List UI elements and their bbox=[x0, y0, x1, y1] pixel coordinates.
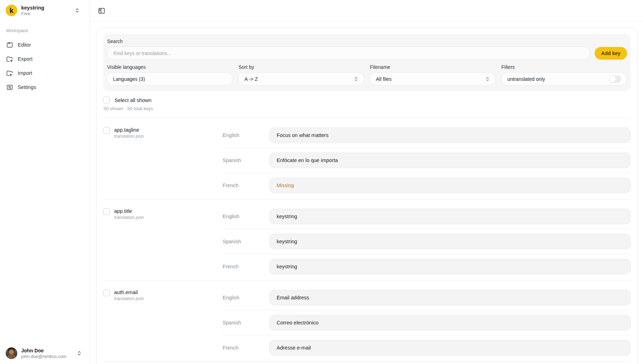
language-label: English bbox=[223, 214, 269, 219]
untranslated-only-filter: untranslated only bbox=[501, 72, 627, 85]
key-filename: translation.json bbox=[114, 134, 144, 139]
sort-by-value: A -> Z bbox=[244, 76, 258, 82]
filename-value: All files bbox=[376, 76, 391, 82]
key-group: auth.email translation.json English Emai… bbox=[103, 280, 631, 362]
visible-languages-field: Visible languages Languages (3) bbox=[107, 64, 233, 85]
translation-row: French Missing bbox=[223, 173, 631, 198]
account-switcher[interactable]: John Doe john.doe@nimbus.com bbox=[6, 347, 85, 359]
filters-field: Filters untranslated only bbox=[501, 64, 627, 85]
sidebar-item-label: Settings bbox=[18, 84, 36, 90]
sidebar-spacer bbox=[6, 94, 85, 347]
filename-label: Filename bbox=[370, 64, 496, 70]
key-group: app.title translation.json English keyst… bbox=[103, 199, 631, 280]
workspace-switcher[interactable]: k keystring Free bbox=[6, 5, 85, 16]
content: Search Add key Visible languages Languag… bbox=[90, 22, 643, 364]
language-label: Spanish bbox=[223, 320, 269, 326]
translation-input[interactable]: keystring bbox=[269, 259, 631, 274]
key-counts: 50 shown · 50 total keys bbox=[104, 106, 631, 111]
language-label: English bbox=[223, 295, 269, 300]
select-all-block: Select all shown 50 shown · 50 total key… bbox=[103, 97, 631, 118]
translation-input[interactable]: Focus on what matters bbox=[269, 127, 631, 143]
main-area: Search Add key Visible languages Languag… bbox=[90, 0, 643, 364]
workspace-section-label: Workspace bbox=[6, 28, 85, 33]
sidebar-item-editor[interactable]: Editor bbox=[6, 38, 85, 52]
translation-input[interactable]: Adresse e-mail bbox=[269, 340, 631, 356]
avatar bbox=[6, 347, 17, 359]
visible-languages-value: Languages (3) bbox=[113, 76, 145, 82]
select-all-label: Select all shown bbox=[114, 97, 152, 103]
toggle-knob bbox=[609, 76, 616, 82]
translation-row: English keystring bbox=[223, 204, 631, 229]
sort-by-select[interactable]: A -> Z bbox=[238, 72, 364, 85]
language-label: French bbox=[223, 264, 269, 269]
translation-input[interactable]: keystring bbox=[269, 234, 631, 249]
sidebar-item-settings[interactable]: Settings bbox=[6, 80, 85, 94]
key-checkbox[interactable] bbox=[103, 127, 110, 134]
sidebar-item-label: Editor bbox=[18, 42, 31, 48]
untranslated-only-label: untranslated only bbox=[507, 76, 545, 82]
search-label: Search bbox=[107, 38, 627, 44]
sidebar: k keystring Free Workspace Editor Ex bbox=[0, 0, 90, 364]
search-input[interactable] bbox=[107, 47, 590, 60]
translation-input[interactable]: Correo electrónico bbox=[269, 315, 631, 330]
panel-left-toggle-icon[interactable] bbox=[98, 7, 105, 14]
sidebar-nav: Editor Export Import Settings bbox=[6, 38, 85, 94]
translation-row: French keystring bbox=[223, 254, 631, 279]
filter-panel: Search Add key Visible languages Languag… bbox=[103, 34, 631, 91]
key-group: auth.forgotPassword translation.json Eng… bbox=[103, 362, 631, 364]
untranslated-only-toggle[interactable] bbox=[609, 76, 621, 83]
visible-languages-label: Visible languages bbox=[107, 64, 233, 70]
sort-by-field: Sort by A -> Z bbox=[238, 64, 364, 85]
user-name: John Doe bbox=[21, 348, 66, 353]
chevrons-up-down-icon[interactable] bbox=[77, 351, 82, 356]
sidebar-item-export[interactable]: Export bbox=[6, 52, 85, 66]
filename-select[interactable]: All files bbox=[370, 72, 496, 85]
translation-row: Spanish Enfócate en lo que importa bbox=[223, 148, 631, 173]
settings-icon bbox=[6, 84, 13, 91]
editor-card: Search Add key Visible languages Languag… bbox=[96, 28, 638, 364]
language-label: French bbox=[223, 345, 269, 351]
square-pen-icon bbox=[6, 42, 13, 48]
chevrons-up-down-icon bbox=[485, 77, 490, 82]
language-label: English bbox=[223, 132, 269, 138]
app-root: k keystring Free Workspace Editor Ex bbox=[0, 0, 643, 364]
translation-row: English Focus on what matters bbox=[223, 123, 631, 148]
filters-label: Filters bbox=[501, 64, 627, 70]
chevrons-up-down-icon bbox=[354, 77, 359, 82]
translation-input[interactable]: Email address bbox=[269, 290, 631, 305]
key-name: auth.email bbox=[114, 290, 144, 295]
sort-by-label: Sort by bbox=[238, 64, 364, 70]
folder-input-icon bbox=[6, 70, 13, 77]
workspace-plan-badge: Free bbox=[21, 11, 44, 16]
topbar bbox=[90, 0, 643, 22]
key-checkbox[interactable] bbox=[103, 290, 110, 296]
translation-row: English Email address bbox=[223, 285, 631, 310]
key-name: app.tagline bbox=[114, 127, 144, 133]
user-meta: John Doe john.doe@nimbus.com bbox=[21, 348, 66, 359]
key-filename: translation.json bbox=[114, 215, 144, 220]
language-label: Spanish bbox=[223, 157, 269, 163]
key-filename: translation.json bbox=[114, 296, 144, 301]
translation-row: Spanish keystring bbox=[223, 229, 631, 254]
language-label: French bbox=[223, 183, 269, 188]
filename-field: Filename All files bbox=[370, 64, 496, 85]
add-key-button[interactable]: Add key bbox=[595, 47, 627, 60]
workspace-logo: k bbox=[6, 5, 17, 16]
chevrons-up-down-icon[interactable] bbox=[75, 8, 80, 13]
sidebar-item-label: Export bbox=[18, 56, 33, 62]
translation-input-missing[interactable]: Missing bbox=[269, 178, 631, 193]
visible-languages-select[interactable]: Languages (3) bbox=[107, 72, 233, 85]
select-all-checkbox[interactable] bbox=[103, 97, 110, 103]
translation-input[interactable]: Enfócate en lo que importa bbox=[269, 153, 631, 168]
user-email: john.doe@nimbus.com bbox=[21, 354, 66, 359]
workspace-meta: keystring Free bbox=[21, 5, 44, 16]
key-checkbox[interactable] bbox=[103, 208, 110, 215]
key-group: app.tagline translation.json English Foc… bbox=[103, 118, 631, 199]
translation-input[interactable]: keystring bbox=[269, 209, 631, 224]
translation-row: Spanish Correo electrónico bbox=[223, 310, 631, 335]
key-name: app.title bbox=[114, 208, 144, 214]
translation-row: French Adresse e-mail bbox=[223, 335, 631, 360]
sidebar-item-import[interactable]: Import bbox=[6, 66, 85, 80]
language-label: Spanish bbox=[223, 239, 269, 244]
sidebar-item-label: Import bbox=[18, 70, 32, 76]
